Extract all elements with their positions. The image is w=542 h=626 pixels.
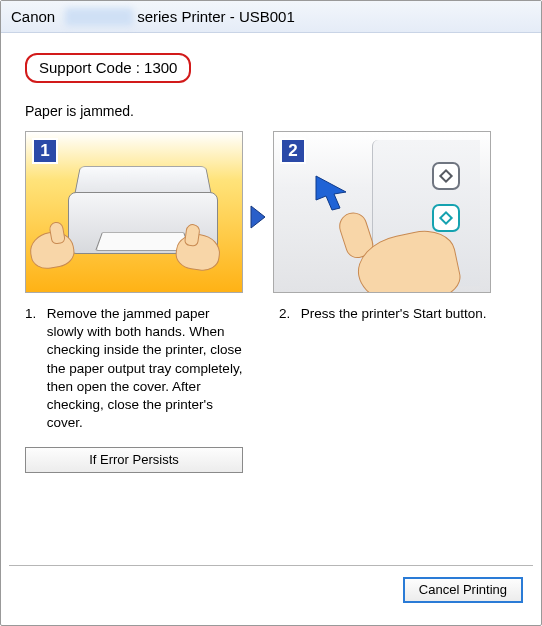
finger-press-graphic [334, 208, 454, 293]
instructions-row: 1. Remove the jammed paper slowly with b… [25, 305, 521, 473]
step2-illustration: 2 [273, 131, 491, 293]
support-code-badge: Support Code : 1300 [25, 53, 191, 83]
if-error-persists-button[interactable]: If Error Persists [25, 447, 243, 473]
instruction-2-number: 2. [279, 305, 297, 323]
instruction-2-text: Press the printer's Start button. [301, 305, 497, 323]
dialog-content: Support Code : 1300 Paper is jammed. 1 [1, 33, 541, 483]
svg-marker-0 [251, 206, 265, 228]
printer-button-top-graphic [432, 162, 460, 190]
titlebar: Canon series Printer - USB001 [1, 1, 541, 33]
support-code-label: Support Code : [39, 59, 140, 76]
step1-number: 1 [32, 138, 58, 164]
title-suffix: series Printer - USB001 [137, 8, 295, 25]
cancel-printing-button[interactable]: Cancel Printing [403, 577, 523, 603]
support-code-value: 1300 [144, 59, 177, 76]
instruction-1-text: Remove the jammed paper slowly with both… [47, 305, 243, 433]
step1-illustration: 1 [25, 131, 243, 293]
svg-marker-1 [316, 176, 346, 210]
dialog-footer: Cancel Printing [9, 565, 533, 613]
step2-number: 2 [280, 138, 306, 164]
title-brand: Canon [11, 8, 55, 25]
instruction-1-number: 1. [25, 305, 43, 323]
sequence-arrow-icon [249, 204, 267, 230]
status-text: Paper is jammed. [25, 103, 521, 119]
instruction-1: 1. Remove the jammed paper slowly with b… [25, 305, 243, 473]
instruction-2: 2. Press the printer's Start button. [279, 305, 497, 473]
title-model-redacted [65, 8, 133, 26]
printer-status-dialog: Canon series Printer - USB001 Support Co… [0, 0, 542, 626]
illustration-row: 1 2 [25, 131, 521, 293]
